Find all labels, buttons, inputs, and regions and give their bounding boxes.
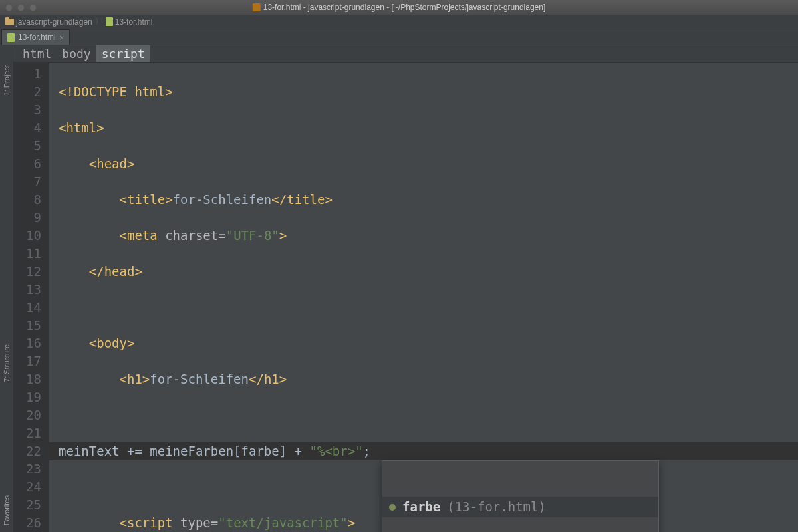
- zoom-window-icon[interactable]: [29, 4, 37, 11]
- close-window-icon[interactable]: [5, 4, 13, 11]
- crumb-script[interactable]: script: [96, 45, 150, 62]
- tab-file[interactable]: 13-for.html ×: [1, 29, 70, 45]
- minimize-window-icon[interactable]: [17, 4, 25, 11]
- chevron-right-icon: 〉: [95, 16, 103, 27]
- folder-icon: [5, 19, 14, 25]
- code-editor[interactable]: 123 456 789 101112 131415 161718 192021 …: [13, 63, 798, 532]
- rail-structure-button[interactable]: 7: Structure: [3, 344, 11, 382]
- crumb-body[interactable]: body: [57, 45, 96, 62]
- crumb-html[interactable]: html: [17, 45, 57, 62]
- rail-favorites-button[interactable]: Favorites: [3, 495, 11, 525]
- window-title: 13-for.html - javascript-grundlagen - [~…: [253, 3, 546, 12]
- tool-window-rail: 1: Project 7: Structure Favorites: [0, 45, 13, 532]
- code-content[interactable]: <!DOCTYPE html> <html> <head> <title>for…: [49, 63, 798, 532]
- suggestion-icon: [389, 504, 396, 511]
- breadcrumb-file[interactable]: 13-for.html: [106, 17, 153, 27]
- structure-breadcrumbs: html body script: [13, 45, 798, 63]
- autocomplete-item[interactable]: farbe (13-for.html): [382, 497, 658, 517]
- editor-tabs: 13-for.html ×: [0, 29, 798, 45]
- file-icon: [106, 17, 113, 26]
- app-icon: [253, 3, 261, 11]
- close-icon[interactable]: ×: [59, 33, 65, 43]
- navigation-bar: javascript-grundlagen 〉 13-for.html: [0, 15, 798, 29]
- tab-label: 13-for.html: [18, 33, 56, 42]
- breadcrumb-project[interactable]: javascript-grundlagen: [5, 17, 92, 27]
- traffic-lights: [5, 4, 37, 11]
- file-icon: [7, 33, 15, 42]
- window-titlebar: 13-for.html - javascript-grundlagen - [~…: [0, 0, 798, 15]
- rail-project-button[interactable]: 1: Project: [3, 65, 11, 96]
- line-gutter: 123 456 789 101112 131415 161718 192021 …: [13, 63, 49, 532]
- autocomplete-popup[interactable]: farbe (13-for.html) meineFarben (13-for.…: [382, 460, 659, 532]
